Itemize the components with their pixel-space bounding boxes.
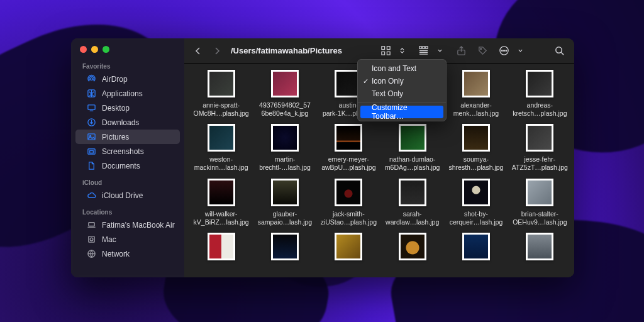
sidebar-item-label: Mac [102,235,116,244]
svg-rect-20 [425,47,427,48]
icloud-icon [87,191,96,200]
file-item[interactable]: sarah-wardlaw…lash.jpg [381,177,444,229]
sidebar-item-desktop[interactable]: Desktop [75,101,180,115]
file-item[interactable]: brian-stalter-OEHuv9…lash.jpg [508,177,571,229]
view-mode-button[interactable] [378,43,409,58]
svg-rect-11 [89,236,94,242]
file-thumbnail [399,124,426,152]
file-thumbnail [526,124,553,152]
file-item[interactable]: soumya-shresth…plash.jpg [445,123,508,174]
sidebar-item-label: Applications [102,89,143,98]
file-item[interactable]: annie-spratt-OMc8H…plash.jpg [190,69,253,120]
svg-rect-16 [381,52,384,55]
toolbar-context-menu: Icon and Text Icon Only Text Only Custom… [357,59,447,121]
file-thumbnail [335,233,362,260]
file-name: soumya-shresth…plash.jpg [449,155,504,172]
file-item[interactable]: andreas-kretsch…plash.jpg [508,69,571,120]
minimize-window-button[interactable] [91,46,98,53]
sidebar-item-label: Downloads [102,118,139,127]
chevron-down-icon [513,43,528,58]
sidebar-item-screenshots[interactable]: Screenshots [75,144,180,158]
path-title: /Users/fatimawahab/Pictures [231,46,342,55]
svg-line-31 [561,52,564,55]
sidebar-item-label: AirDrop [102,75,128,84]
pictures-icon [87,132,96,142]
file-name: glauber-sampaio…lash.jpg [258,210,312,226]
apps-icon [87,89,96,98]
file-item[interactable]: 49376594802_576be80e4a_k.jpg [253,69,316,120]
file-item[interactable]: jesse-fehr-ATZ5zT…plash.jpg [508,123,571,174]
svg-point-30 [555,47,561,53]
sidebar-item-label: Network [102,250,130,258]
file-name: emery-meyer-awBpU…plash.jpg [321,155,375,172]
sidebar-section-label: Favorites [71,60,184,72]
network-icon [87,249,96,258]
main-area: /Users/fatimawahab/Pictures [184,38,574,277]
zoom-window-button[interactable] [103,46,109,53]
file-thumbnail [462,124,490,152]
file-item[interactable]: . [381,231,444,275]
sidebar-item-label: Screenshots [102,147,144,156]
sidebar-item-downloads[interactable]: Downloads [75,115,180,130]
file-name: brian-stalter-OEHuv9…lash.jpg [513,210,567,226]
file-name: andreas-kretsch…plash.jpg [513,101,567,118]
file-item[interactable]: . [253,231,316,275]
sidebar-item-pictures[interactable]: Pictures [75,130,180,144]
file-item[interactable]: . [190,231,253,275]
ctx-text-only[interactable]: Text Only [358,87,446,100]
sidebar-item-airdrop[interactable]: AirDrop [75,72,180,86]
file-item[interactable]: . [317,231,380,275]
svg-point-29 [505,50,506,52]
file-thumbnail [208,124,235,152]
file-name: martin-brechtl-…lash.jpg [259,155,311,172]
screenshots-icon [87,147,96,156]
svg-point-27 [501,50,502,52]
sidebar-section-label: Locations [71,206,184,218]
sidebar-item-documents[interactable]: Documents [75,158,180,173]
ctx-customize-toolbar[interactable]: Customize Toolbar… [360,106,443,118]
svg-point-25 [480,48,481,50]
finder-window: FavoritesAirDropApplicationsDesktopDownl… [71,38,574,277]
file-name: weston-mackinn…lash.jpg [194,155,248,172]
file-item[interactable]: glauber-sampaio…lash.jpg [253,177,316,229]
grid-icon [378,43,393,58]
share-button[interactable] [453,43,469,58]
file-name: sarah-wardlaw…lash.jpg [386,210,439,226]
file-item[interactable]: . [445,231,508,275]
file-item[interactable]: nathan-dumlao-m6DAg…plash.jpg [381,123,444,174]
close-window-button[interactable] [80,46,87,53]
sidebar-item-applications[interactable]: Applications [75,86,180,101]
file-thumbnail [462,233,490,260]
file-item[interactable]: emery-meyer-awBpU…plash.jpg [317,123,380,174]
file-thumbnail [399,233,426,260]
chevron-down-icon [432,43,447,58]
search-button[interactable] [552,43,567,58]
airdrop-icon [87,74,96,84]
file-thumbnail [399,179,426,206]
ctx-icon-only[interactable]: Icon Only [358,75,446,87]
sidebar-item-mac[interactable]: Mac [75,232,180,247]
file-item[interactable]: alexander-menk…lash.jpg [445,69,508,120]
file-thumbnail [271,70,299,97]
group-by-button[interactable] [416,43,447,58]
nav-back-button[interactable] [192,45,204,57]
ctx-icon-and-text[interactable]: Icon and Text [358,62,446,75]
sidebar-item-icloud-drive[interactable]: iCloud Drive [75,188,180,203]
file-item[interactable]: weston-mackinn…lash.jpg [190,123,253,174]
file-thumbnail [208,70,235,97]
window-controls [71,44,184,60]
action-menu-button[interactable] [496,43,528,58]
documents-icon [87,161,96,170]
tags-button[interactable] [475,43,490,58]
svg-rect-2 [88,105,95,110]
file-item[interactable]: . [508,231,571,275]
file-thumbnail [208,179,235,206]
sidebar-item-fatima-s-macbook-air[interactable]: Fatima's MacBook Air [75,218,180,232]
file-item[interactable]: martin-brechtl-…lash.jpg [253,123,316,174]
sidebar-item-network[interactable]: Network [75,247,180,261]
chevron-updown-icon [394,43,409,58]
file-item[interactable]: jack-smith-ziUStao…plash.jpg [317,177,380,229]
nav-forward-button[interactable] [211,45,223,57]
file-item[interactable]: will-walker-kV_BiRZ…lash.jpg [190,177,253,229]
file-item[interactable]: shot-by-cerqueir…lash.jpg [445,177,508,229]
